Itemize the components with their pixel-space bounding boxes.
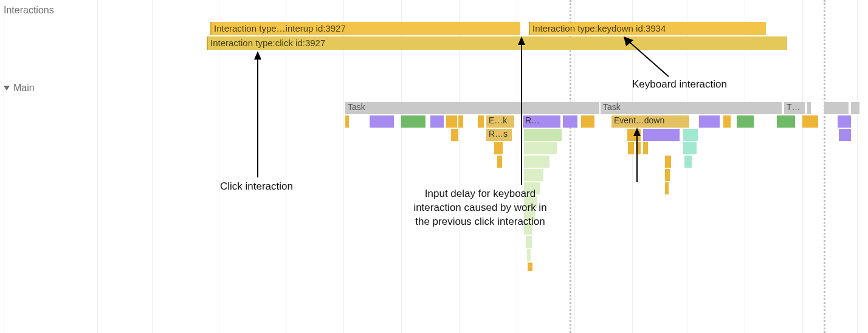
flame-block[interactable] [684,156,692,168]
flame-block[interactable] [528,263,532,271]
task-block[interactable]: T… [784,102,805,114]
time-marker-1 [570,0,571,333]
flame-block-rdots[interactable]: R… [523,115,560,128]
flame-block[interactable] [628,142,634,154]
flame-block[interactable] [838,115,851,128]
flame-block[interactable] [401,115,425,128]
task-block[interactable] [851,102,859,114]
flame-block[interactable] [494,142,503,154]
track-label: Main [13,83,35,94]
flame-block[interactable] [683,129,698,141]
flame-block[interactable] [643,129,680,141]
flame-block[interactable] [458,115,463,128]
interaction-pointerup[interactable]: Interaction type…interup id:3927 [210,22,520,35]
flame-block[interactable] [643,142,648,154]
flame-block[interactable] [802,115,818,128]
flame-block[interactable] [446,115,457,128]
flame-block[interactable] [524,156,549,168]
flame-block[interactable] [524,129,562,141]
flame-block[interactable] [699,115,720,128]
flame-block[interactable] [723,115,731,128]
flame-block[interactable] [581,115,594,128]
annotation-delay: Input delay for keyboard interaction cau… [401,187,559,229]
flame-block[interactable] [665,182,669,194]
flame-block[interactable] [839,129,851,141]
task-block[interactable] [807,102,811,114]
flame-block[interactable] [478,115,484,128]
flame-block[interactable] [777,115,795,128]
annotation-keyboard: Keyboard interaction [632,78,727,92]
flame-block[interactable] [451,129,458,141]
flame-block[interactable] [370,115,394,128]
flame-block[interactable] [345,115,349,128]
flame-block[interactable] [683,142,697,154]
flame-block[interactable] [665,156,671,168]
flame-block[interactable] [526,236,532,248]
collapse-icon [4,86,10,91]
main-track-header[interactable]: Main [4,83,35,94]
interaction-click[interactable]: Interaction type:click id:3927 [207,36,787,50]
flame-block-rs[interactable]: R…s [486,129,512,141]
flame-block[interactable] [737,115,754,128]
flame-block[interactable] [527,249,531,261]
flame-block[interactable] [524,142,557,154]
flame-block[interactable] [497,156,502,168]
flame-block[interactable] [636,142,641,154]
interactions-track-header[interactable]: Interactions [4,5,54,16]
task-block[interactable]: Task [601,102,782,114]
track-label: Interactions [4,5,54,16]
interaction-keydown[interactable]: Interaction type:keydown id:3934 [529,22,766,35]
flame-block-ek[interactable]: E…k [486,115,514,128]
flame-block[interactable] [430,115,444,128]
task-block[interactable] [824,102,849,114]
flame-block[interactable] [665,169,670,181]
time-marker-2 [824,0,825,333]
flame-block[interactable] [524,169,543,181]
annotation-click: Click interaction [220,180,293,194]
task-block[interactable]: Task [345,102,599,114]
flame-block[interactable] [563,115,577,128]
flame-block[interactable] [627,129,641,141]
flame-block-eventdown[interactable]: Event…down [611,115,689,128]
annotation-arrows [0,0,868,333]
